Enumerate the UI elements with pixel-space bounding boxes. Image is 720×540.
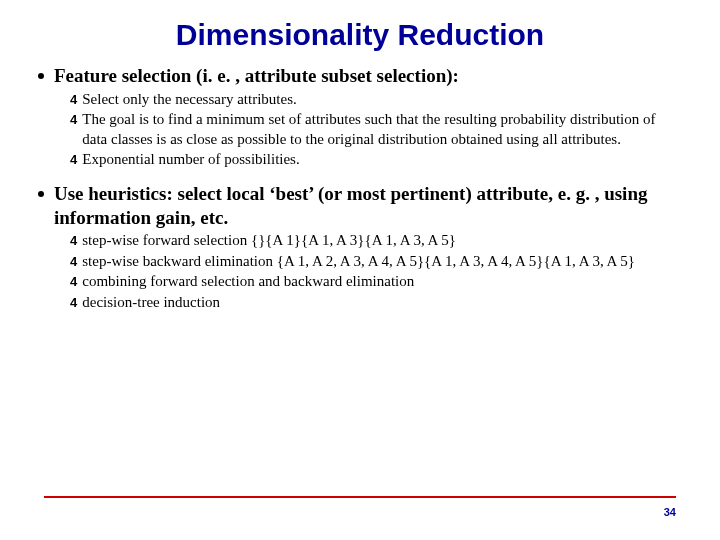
sub-bullet: 4 step-wise backward elimination {A 1, A…: [70, 252, 682, 272]
sub-bullet-text: step-wise backward elimination {A 1, A 2…: [82, 252, 635, 272]
sub-marker-icon: 4: [70, 92, 75, 107]
bullet-2-text: Use heuristics: select local ‘best’ (or …: [54, 182, 682, 230]
sub-marker-icon: 4: [70, 295, 75, 310]
sub-marker-icon: 4: [70, 274, 75, 289]
bullet-2: Use heuristics: select local ‘best’ (or …: [38, 182, 682, 230]
sub-marker-icon: 4: [70, 233, 75, 248]
slide-title: Dimensionality Reduction: [38, 18, 682, 52]
sub-bullet: 4 decision-tree induction: [70, 293, 682, 313]
sublist-2: 4 step-wise forward selection {}{A 1}{A …: [70, 231, 682, 312]
sub-bullet-text: combining forward selection and backward…: [82, 272, 414, 292]
bullet-1: Feature selection (i. e. , attribute sub…: [38, 64, 682, 88]
page-number: 34: [664, 506, 676, 518]
bullet-dot-icon: [38, 73, 44, 79]
sub-bullet-text: The goal is to find a minimum set of att…: [82, 110, 682, 149]
sub-bullet: 4 Select only the necessary attributes.: [70, 90, 682, 110]
sub-bullet-text: Exponential number of possibilities.: [82, 150, 299, 170]
sub-bullet-text: step-wise forward selection {}{A 1}{A 1,…: [82, 231, 456, 251]
sub-marker-icon: 4: [70, 112, 75, 127]
bullet-1-text: Feature selection (i. e. , attribute sub…: [54, 64, 459, 88]
bullet-dot-icon: [38, 191, 44, 197]
sub-bullet-text: Select only the necessary attributes.: [82, 90, 297, 110]
sub-marker-icon: 4: [70, 254, 75, 269]
sub-marker-icon: 4: [70, 152, 75, 167]
sub-bullet: 4 combining forward selection and backwa…: [70, 272, 682, 292]
footer-divider: [44, 496, 676, 498]
sub-bullet-text: decision-tree induction: [82, 293, 220, 313]
sub-bullet: 4 step-wise forward selection {}{A 1}{A …: [70, 231, 682, 251]
sublist-1: 4 Select only the necessary attributes. …: [70, 90, 682, 170]
sub-bullet: 4 The goal is to find a minimum set of a…: [70, 110, 682, 149]
sub-bullet: 4 Exponential number of possibilities.: [70, 150, 682, 170]
